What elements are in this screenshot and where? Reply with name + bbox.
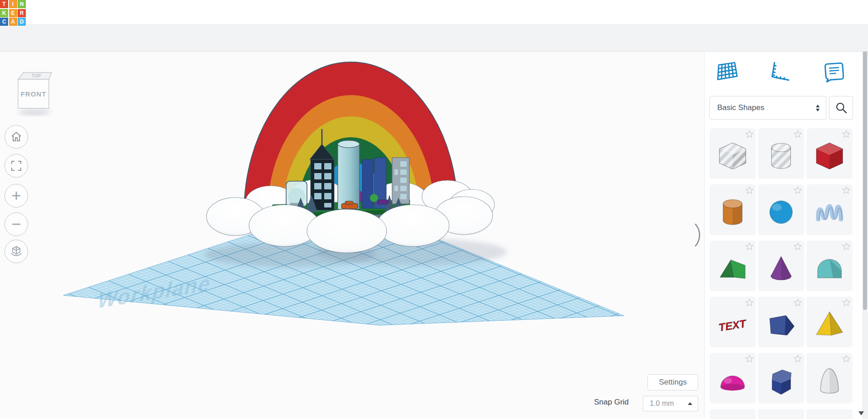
shape-card-sphere[interactable] [758, 184, 804, 235]
logo-tile: D [18, 18, 26, 26]
shape-card-hole-cylinder[interactable] [758, 128, 804, 179]
box-thumbnail [813, 137, 846, 173]
view-cube-top-label: TOP [32, 73, 41, 78]
snap-grid-value: 1.0 mm [650, 400, 688, 408]
shape-card-roof[interactable] [710, 241, 756, 291]
svg-text:TEXT: TEXT [718, 317, 748, 334]
shape-card-wedge[interactable] [758, 297, 804, 347]
logo-tile: I [9, 0, 17, 8]
shape-card-polygon[interactable] [758, 353, 804, 404]
perspective-toggle-button[interactable] [5, 240, 28, 263]
shape-card-paraboloid[interactable] [806, 353, 853, 404]
text-thumbnail: TEXT [716, 306, 749, 342]
view-cube-front-label: FRONT [21, 90, 47, 98]
header-bar [0, 0, 868, 25]
half-sphere-thumbnail [716, 362, 749, 398]
shape-card-box[interactable] [806, 128, 853, 179]
tinkercad-app: T I N K E R C A D Colors of the Rainbow … [0, 0, 868, 419]
fit-view-button[interactable] [5, 154, 28, 178]
shape-card-cylinder[interactable] [710, 184, 756, 235]
shape-card-text[interactable]: TEXT [710, 297, 756, 347]
logo-tile: K [0, 9, 8, 17]
shape-grid: TEXT [710, 128, 854, 419]
shape-card-pyramid[interactable] [806, 297, 853, 347]
sphere-thumbnail [764, 193, 798, 230]
zoom-in-button[interactable] [5, 184, 28, 207]
shape-category-select[interactable]: Basic Shapes [710, 96, 826, 120]
logo-tile: C [0, 18, 8, 26]
shape-card-partial[interactable] [710, 409, 756, 419]
snap-grid-label: Snap Grid [594, 398, 629, 407]
shape-search-button[interactable] [829, 96, 853, 120]
pyramid-thumbnail [813, 306, 846, 342]
polygon-thumbnail [764, 362, 798, 398]
snap-dropdown-arrow-icon [688, 402, 692, 405]
scrollbar-down-icon[interactable] [858, 411, 864, 415]
shape-card-cone[interactable] [758, 241, 804, 291]
shape-card-round-roof[interactable] [806, 241, 853, 291]
snap-grid-select[interactable]: 1.0 mm [643, 396, 698, 411]
round-roof-thumbnail [813, 250, 846, 286]
hole-box-thumbnail [716, 137, 749, 173]
wedge-thumbnail [764, 306, 798, 342]
scrollbar-thumb[interactable] [863, 10, 867, 310]
roof-thumbnail [716, 250, 749, 286]
zoom-out-button[interactable] [5, 212, 28, 236]
shape-category-value: Basic Shapes [717, 103, 816, 112]
toggle-workplane-button[interactable] [715, 60, 740, 83]
scribble-thumbnail [813, 193, 846, 230]
3d-viewport[interactable]: Workplane TOP FRONT [0, 51, 704, 419]
settings-button[interactable]: Settings [647, 374, 698, 390]
notes-tool-button[interactable] [821, 60, 847, 83]
cone-thumbnail [764, 250, 798, 286]
ruler-tool-button[interactable] [767, 60, 792, 83]
shape-card-partial[interactable] [758, 409, 804, 419]
tinkercad-logo[interactable]: T I N K E R C A D [0, 0, 26, 26]
shape-card-scribble[interactable] [806, 184, 853, 235]
scene[interactable] [0, 51, 704, 419]
logo-tile: N [18, 0, 26, 8]
shape-card-half-sphere[interactable] [710, 353, 756, 404]
edit-toolbar [0, 24, 868, 52]
logo-tile: E [9, 9, 17, 17]
logo-tile: T [0, 0, 8, 8]
select-arrows-icon [816, 105, 820, 111]
logo-tile: A [9, 18, 17, 26]
home-view-button[interactable] [5, 125, 28, 149]
hole-cylinder-thumbnail [764, 137, 798, 173]
paraboloid-thumbnail [813, 362, 846, 398]
view-cube[interactable]: TOP FRONT [14, 68, 55, 116]
logo-tile: R [18, 9, 26, 17]
search-icon [834, 100, 849, 116]
shape-card-partial[interactable] [806, 409, 853, 419]
shapes-panel: Basic Shapes [704, 51, 863, 419]
cylinder-thumbnail [716, 193, 749, 230]
panel-collapse-chevron-icon[interactable] [694, 222, 703, 248]
shape-card-hole-box[interactable] [710, 128, 756, 179]
